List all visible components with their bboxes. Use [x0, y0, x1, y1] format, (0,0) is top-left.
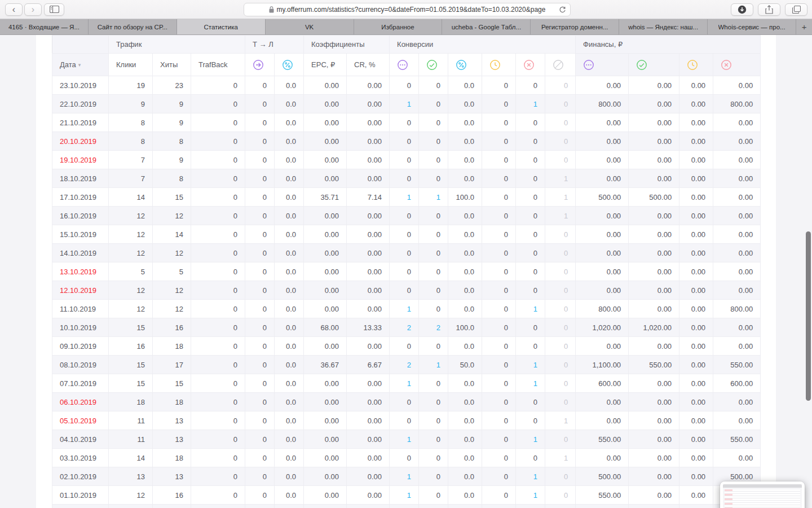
- back-button[interactable]: ‹: [5, 3, 23, 16]
- clock-circle-icon: [687, 59, 698, 71]
- cell-fin-total: 1,100.00: [576, 356, 629, 374]
- cell-date: 20.10.2019: [52, 132, 109, 151]
- cell-t2l-percent: 0.0: [275, 113, 304, 132]
- cell-clicks: 5: [109, 262, 153, 281]
- column-header-conv-pending[interactable]: [482, 54, 516, 76]
- downloads-button[interactable]: [731, 3, 753, 16]
- sidebar-toggle-button[interactable]: [44, 3, 64, 16]
- browser-tab-3[interactable]: VK: [266, 19, 354, 34]
- cell-fin-pending: 0.00: [679, 374, 713, 393]
- cell-cr: 0.00: [347, 151, 390, 169]
- cell-conv-total: 0: [390, 449, 419, 467]
- column-header-cr[interactable]: CR, %: [347, 54, 390, 76]
- cell-t2l-count: 0: [245, 467, 275, 486]
- cell-date: 16.10.2019: [52, 207, 109, 225]
- cell-conv-pending: 0: [482, 244, 516, 262]
- cell-conv-rejected: 0: [516, 169, 545, 188]
- cell-fin-rejected: 800.00: [713, 300, 761, 318]
- column-header-hits[interactable]: Хиты: [153, 54, 191, 76]
- share-button[interactable]: [758, 3, 780, 16]
- reload-icon[interactable]: [559, 6, 566, 14]
- column-header-fin-rejected[interactable]: [713, 54, 761, 76]
- column-header-fin-approved[interactable]: [629, 54, 679, 76]
- cell-fin-pending: 0.00: [679, 262, 713, 281]
- cell-trafback: 0: [191, 449, 245, 467]
- cell-t2l-count: 0: [245, 356, 275, 374]
- browser-tab-5[interactable]: ucheba - Google Табл...: [442, 19, 531, 34]
- cell-conv-percent: 0.0: [448, 281, 482, 300]
- cell-conv-percent: 0.0: [448, 76, 482, 95]
- tab-title: 4165 · Входящие — Я...: [8, 24, 80, 30]
- table-row: 12.10.20191212000.00.000.00000.00000.000…: [52, 281, 761, 300]
- sidebar-icon: [50, 6, 59, 13]
- cell-fin-pending: 0.00: [679, 449, 713, 467]
- new-tab-button[interactable]: +: [796, 19, 812, 34]
- column-header-conv-approved[interactable]: [419, 54, 448, 76]
- column-header-t2l-count[interactable]: [245, 54, 275, 76]
- vertical-scrollbar-thumb[interactable]: [806, 231, 811, 401]
- browser-tab-2[interactable]: Статистика: [177, 19, 266, 34]
- browser-tab-0[interactable]: 4165 · Входящие — Я...: [0, 19, 89, 34]
- cell-epc: 0.00: [304, 374, 347, 393]
- sort-desc-icon: ▾: [78, 62, 81, 68]
- cell-t2l-percent: 0.0: [275, 337, 304, 356]
- browser-tab-7[interactable]: whois — Яндекс: наш...: [619, 19, 708, 34]
- cell-conv-trash: 0: [545, 337, 576, 356]
- cell-trafback: 0: [191, 225, 245, 244]
- address-bar[interactable]: my.offerrum.com/statistics?currency=0&da…: [244, 3, 571, 16]
- column-header-t2l-percent[interactable]: [275, 54, 304, 76]
- cell-conv-approved: 0: [419, 374, 448, 393]
- column-header-conv-rejected[interactable]: [516, 54, 545, 76]
- screenshot-thumbnail-preview[interactable]: [720, 481, 805, 508]
- cell-conv-pending: 0: [482, 300, 516, 318]
- cell-epc: 0.00: [304, 393, 347, 411]
- cell-t2l-count: 0: [245, 95, 275, 113]
- table-row: 04.10.20191113000.00.000.00100.0010550.0…: [52, 430, 761, 449]
- column-header-epc[interactable]: EPC, ₽: [304, 54, 347, 76]
- forward-button[interactable]: ›: [24, 3, 42, 16]
- cell-fin-pending: 0.00: [679, 300, 713, 318]
- column-label: EPC, ₽: [311, 60, 335, 69]
- cell-clicks: 12: [109, 486, 153, 505]
- cell-fin-rejected: 0.00: [713, 188, 761, 207]
- browser-toolbar: ‹ › my.offerrum.com/statistics?currency=…: [0, 0, 812, 19]
- cell-t2l-percent: 0.0: [275, 356, 304, 374]
- cell-conv-rejected: 0: [516, 132, 545, 151]
- table-row: 23.10.20191923000.00.000.00000.00000.000…: [52, 76, 761, 95]
- column-header-date[interactable]: Дата▾: [52, 54, 109, 76]
- cell-date: 13.10.2019: [52, 262, 109, 281]
- column-header-trafback[interactable]: TrafBack: [191, 54, 245, 76]
- cell-conv-trash: 1: [545, 449, 576, 467]
- cell-cr: 13.33: [347, 318, 390, 337]
- browser-tab-1[interactable]: Сайт по обзору на СР...: [89, 19, 177, 34]
- cell-fin-total: 550.00: [576, 486, 629, 505]
- cell-clicks: 12: [109, 281, 153, 300]
- column-header-conv-trash[interactable]: [545, 54, 576, 76]
- browser-tab-8[interactable]: Whois-сервис — про...: [708, 19, 796, 34]
- column-group-1: Трафик: [109, 36, 245, 54]
- column-header-conv-percent[interactable]: [448, 54, 482, 76]
- column-header-fin-pending[interactable]: [679, 54, 713, 76]
- cell-epc: 0.00: [304, 151, 347, 169]
- column-header-fin-total[interactable]: [576, 54, 629, 76]
- cell-fin-total: 0.00: [576, 393, 629, 411]
- cell-clicks: 7: [109, 151, 153, 169]
- cell-fin-pending: 0.00: [679, 337, 713, 356]
- cell-fin-rejected: 0.00: [713, 244, 761, 262]
- browser-tab-6[interactable]: Регистратор доменн...: [531, 19, 619, 34]
- cell-date: 17.10.2019: [52, 188, 109, 207]
- cell-fin-rejected: 0.00: [713, 337, 761, 356]
- cell-conv-approved: 0: [419, 430, 448, 449]
- cell-fin-pending: 0.00: [679, 188, 713, 207]
- cell-cr: 0.00: [347, 411, 390, 430]
- column-header-clicks[interactable]: Клики: [109, 54, 153, 76]
- cell-t2l-count: 0: [245, 169, 275, 188]
- cell-fin-total: 0.00: [576, 207, 629, 225]
- tab-overview-button[interactable]: [785, 3, 807, 16]
- column-header-conv-total[interactable]: [390, 54, 419, 76]
- column-label: TrafBack: [198, 60, 228, 69]
- cell-cr: 0.00: [347, 244, 390, 262]
- browser-tab-4[interactable]: Избранное: [354, 19, 443, 34]
- cell-conv-percent: 0.0: [448, 374, 482, 393]
- cell-conv-trash: 0: [545, 132, 576, 151]
